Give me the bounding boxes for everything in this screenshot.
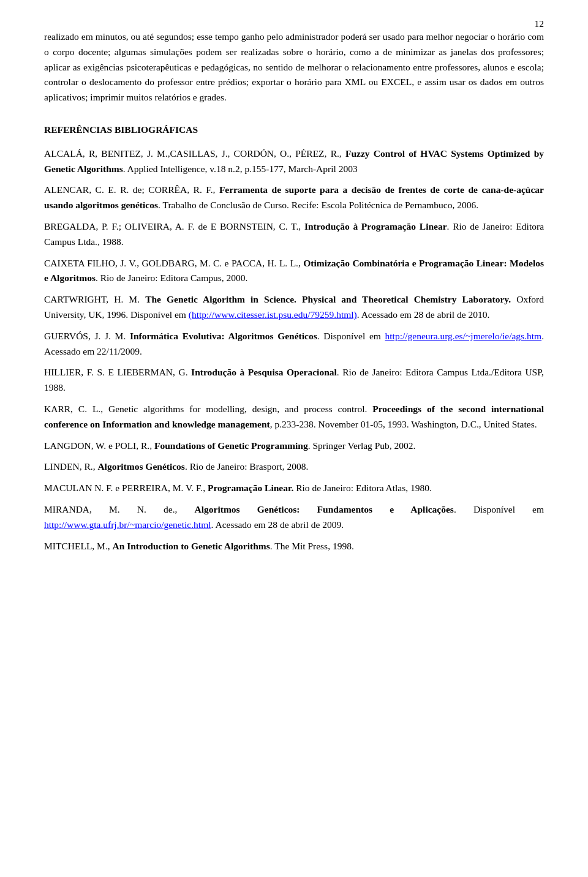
ref-entry: LANGDON, W. e POLI, R., Foundations of G… [44,438,544,454]
intro-paragraph: realizado em minutos, ou até segundos; e… [44,29,544,105]
ref-entry: LINDEN, R., Algoritmos Genéticos. Rio de… [44,459,544,475]
ref-entry: ALCALÁ, R, BENITEZ, J. M.,CASILLAS, J., … [44,146,544,177]
section-title: REFERÊNCIAS BIBLIOGRÁFICAS [44,122,544,138]
ref6-link[interactable]: http://geneura.urg.es/~jmerelo/ie/ags.ht… [385,331,542,341]
ref-entry: MIRANDA, M. N. de., Algoritmos Genéticos… [44,502,544,533]
page: 12 realizado em minutos, ou até segundos… [0,0,588,877]
ref-entry: MITCHELL, M., An Introduction to Genetic… [44,539,544,554]
ref-entry: GUERVÓS, J. J. M. Informática Evolutiva:… [44,329,544,359]
ref5-link[interactable]: (http://www.citesser.ist.psu.edu/79259.h… [189,309,357,320]
content-area: realizado em minutos, ou até segundos; e… [44,29,544,554]
page-number: 12 [535,18,545,29]
ref-entry: HILLIER, F. S. E LIEBERMAN, G. Introduçã… [44,365,544,396]
ref-entry: MACULAN N. F. e PERREIRA, M. V. F., Prog… [44,481,544,496]
ref-entry: KARR, C. L., Genetic algorithms for mode… [44,402,544,432]
ref-entry: CAIXETA FILHO, J. V., GOLDBARG, M. C. e … [44,256,544,287]
ref12-link[interactable]: http://www.gta.ufrj.br/~marcio/genetic.h… [44,519,211,530]
references-list: ALCALÁ, R, BENITEZ, J. M.,CASILLAS, J., … [44,146,544,554]
ref-entry: CARTWRIGHT, H. M. The Genetic Algorithm … [44,292,544,323]
ref-entry: ALENCAR, C. E. R. de; CORRÊA, R. F., Fer… [44,183,544,213]
ref-entry: BREGALDA, P. F.; OLIVEIRA, A. F. de E BO… [44,219,544,250]
